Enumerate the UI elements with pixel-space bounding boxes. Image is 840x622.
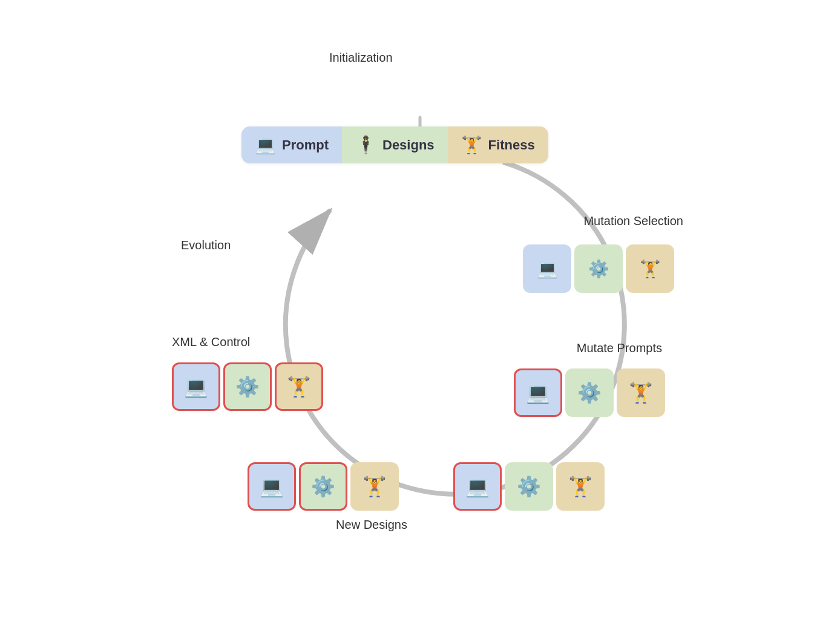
top-pill-group: 💻 Prompt 🕴 Designs 🏋 Fitness: [241, 126, 548, 163]
xc-laptop-card: 💻: [172, 362, 220, 411]
ndr-robot-card: ⚙️: [505, 462, 553, 511]
mp-laptop-card: 💻: [514, 368, 562, 417]
designs-label: Designs: [382, 137, 435, 153]
xml-control-group: 💻 ⚙️ 🏋: [172, 362, 323, 411]
mutate-prompts-label: Mutate Prompts: [577, 341, 662, 355]
new-designs-left-group: 💻 ⚙️ 🏋: [248, 462, 399, 511]
mutation-selection-label: Mutation Selection: [583, 214, 683, 228]
mutation-selection-group: 💻 ⚙️ 🏋: [523, 244, 674, 293]
prompt-pill: 💻 Prompt: [241, 126, 342, 163]
initialization-label: Initialization: [329, 51, 393, 65]
fitness-label: Fitness: [488, 137, 535, 153]
ms-robot-card: ⚙️: [574, 244, 623, 293]
xc-dumbbell-card: 🏋: [275, 362, 323, 411]
xc-robot-card: ⚙️: [223, 362, 272, 411]
ndr-laptop-card: 💻: [453, 462, 502, 511]
main-circle-arc: [286, 163, 625, 494]
evolution-label: Evolution: [181, 238, 231, 252]
new-designs-label: New Designs: [336, 518, 407, 532]
ndr-dumbbell-card: 🏋: [556, 462, 605, 511]
ms-laptop-card: 💻: [523, 244, 571, 293]
diagram-container: Initialization 💻 Prompt 🕴 Designs 🏋 Fitn…: [148, 39, 692, 583]
ndl-laptop-card: 💻: [248, 462, 296, 511]
fitness-pill: 🏋 Fitness: [448, 126, 548, 163]
laptop-icon: 💻: [255, 135, 276, 155]
prompt-label: Prompt: [282, 137, 329, 153]
new-designs-right-group: 💻 ⚙️ 🏋: [453, 462, 605, 511]
mp-robot-card: ⚙️: [565, 368, 614, 417]
dumbbell-icon: 🏋: [461, 135, 482, 155]
robot-icon: 🕴: [355, 135, 376, 155]
ndl-robot-card: ⚙️: [299, 462, 347, 511]
ms-dumbbell-card: 🏋: [626, 244, 674, 293]
mutate-prompts-group: 💻 ⚙️ 🏋: [514, 368, 665, 417]
mp-dumbbell-card: 🏋: [617, 368, 665, 417]
ndl-dumbbell-card: 🏋: [350, 462, 399, 511]
designs-pill: 🕴 Designs: [342, 126, 448, 163]
xml-control-label: XML & Control: [172, 335, 250, 349]
